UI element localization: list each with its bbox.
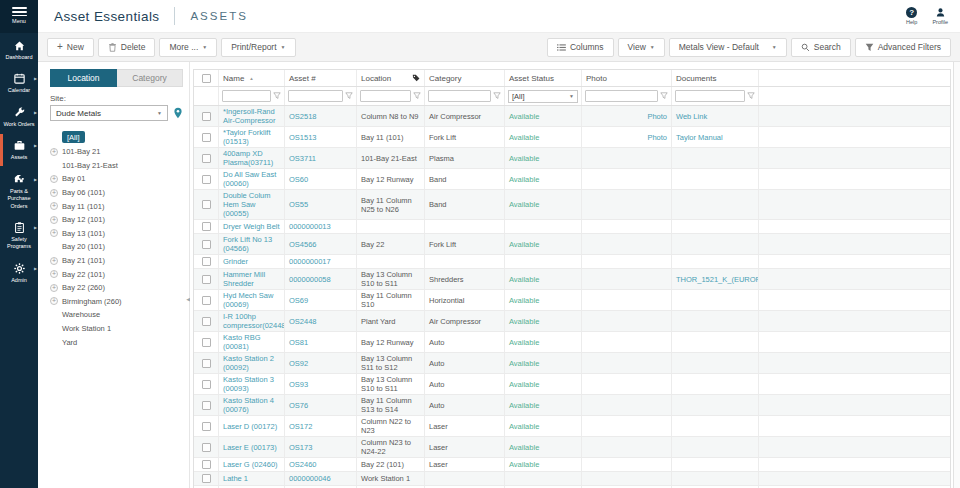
row-checkbox[interactable] — [202, 317, 211, 326]
row-checkbox[interactable] — [202, 154, 211, 163]
column-header-location[interactable]: Location — [357, 70, 425, 86]
asset-name-link[interactable]: Fork Lift No 13 (04566) — [223, 235, 280, 253]
asset-number-link[interactable]: OS55 — [289, 200, 308, 209]
funnel-icon[interactable] — [273, 92, 281, 100]
asset-name-link[interactable]: Laser D (00172) — [223, 422, 277, 431]
asset-name-link[interactable]: Kasto Station 2 (00092) — [223, 354, 280, 372]
asset-name-link[interactable]: Kasto Station 4 (00076) — [223, 396, 280, 414]
funnel-icon[interactable] — [747, 92, 755, 100]
asset-name-link[interactable]: I-R 100hp compressor(02448) — [223, 312, 285, 330]
row-checkbox[interactable] — [202, 133, 211, 142]
asset-name-link[interactable]: Double Colum Hem Saw (00055) — [223, 191, 280, 218]
document-link[interactable]: Taylor Manual — [676, 133, 723, 142]
tab-location[interactable]: Location — [50, 69, 117, 87]
asset-number-link[interactable]: OS60 — [289, 175, 308, 184]
tree-expand-icon[interactable]: + — [50, 148, 58, 156]
asset-number-link[interactable]: OS2448 — [289, 317, 317, 326]
tree-expand-icon[interactable]: + — [50, 216, 58, 224]
select-all-checkbox[interactable] — [202, 74, 211, 83]
tree-expand-icon[interactable]: + — [50, 202, 58, 210]
tree-expand-icon[interactable]: + — [50, 270, 58, 278]
tree-item-selected[interactable]: [All] — [62, 131, 85, 143]
sidebar-item-dashboard[interactable]: Dashboard — [0, 33, 38, 66]
asset-name-link[interactable]: *Taylor Forklift (01513) — [223, 128, 280, 146]
sidebar-item-assets[interactable]: Assets▶ — [0, 133, 38, 166]
advanced-filters-button[interactable]: Advanced Filters — [855, 38, 951, 57]
sidebar-item-safety-programs[interactable]: Safety Programs▶ — [0, 215, 38, 256]
category-filter-input[interactable] — [428, 90, 491, 102]
asset-number-link[interactable]: 0000000046 — [289, 474, 331, 483]
columns-button[interactable]: Columns — [547, 38, 614, 57]
asset-number-link[interactable]: OS1513 — [289, 133, 317, 142]
tab-category[interactable]: Category — [117, 69, 183, 87]
tree-expand-icon[interactable]: + — [50, 297, 58, 305]
asset-name-link[interactable]: Hyd Mech Saw (00069) — [223, 291, 280, 309]
asset-number-link[interactable]: OS2518 — [289, 112, 317, 121]
asset-name-link[interactable]: Dryer Weigh Belt — [223, 222, 280, 231]
tree-item[interactable]: +Bay 06 (101) — [50, 186, 183, 200]
row-checkbox[interactable] — [202, 443, 211, 452]
tree-item[interactable]: +Bay 21 (101) — [50, 254, 183, 268]
tree-item[interactable]: [All] — [50, 129, 183, 145]
document-link[interactable]: THOR_1521_K_(EUROPA).p — [676, 275, 759, 284]
asset-number-link[interactable]: OS69 — [289, 296, 308, 305]
asset-name-link[interactable]: Do All Saw East (00060) — [223, 170, 280, 188]
asset-number-link[interactable]: OS4566 — [289, 240, 317, 249]
row-checkbox[interactable] — [202, 275, 211, 284]
asset-name-link[interactable]: 400amp XD Plasma(03711) — [223, 149, 280, 167]
column-header-asset-status[interactable]: Asset Status — [505, 70, 582, 86]
sidebar-item-work-orders[interactable]: Work Orders▶ — [0, 100, 38, 133]
tree-expand-icon[interactable]: + — [50, 175, 58, 183]
row-checkbox[interactable] — [202, 257, 211, 266]
column-header-photo[interactable]: Photo — [582, 70, 672, 86]
column-header-name[interactable]: Name ▲ — [219, 70, 285, 86]
profile-button[interactable]: Profile — [932, 7, 948, 25]
funnel-icon[interactable] — [660, 92, 668, 100]
tree-item[interactable]: Warehouse — [50, 308, 183, 322]
row-checkbox[interactable] — [202, 380, 211, 389]
asset-number-link[interactable]: OS93 — [289, 380, 308, 389]
asset-number-link[interactable]: OS2460 — [289, 460, 317, 469]
row-checkbox[interactable] — [202, 401, 211, 410]
menu-button[interactable]: Menu — [0, 0, 38, 33]
asset-number-link[interactable]: OS81 — [289, 338, 308, 347]
asset-status-filter-dropdown[interactable]: [All] ▼ — [508, 90, 578, 103]
tree-item[interactable]: Work Station 1 — [50, 322, 183, 336]
column-header-asset-number[interactable]: Asset # — [285, 70, 357, 86]
tree-item[interactable]: +Bay 22 (101) — [50, 267, 183, 281]
asset-number-link[interactable]: OS173 — [289, 443, 312, 452]
asset-number-filter-input[interactable] — [288, 90, 343, 102]
row-checkbox[interactable] — [202, 222, 211, 231]
tree-item[interactable]: Yard — [50, 335, 183, 349]
view-selector-dropdown[interactable]: Metals View - Default ▼ — [669, 38, 787, 57]
column-header-documents[interactable]: Documents — [672, 70, 759, 86]
asset-number-link[interactable]: OS172 — [289, 422, 312, 431]
photo-link[interactable]: Photo — [647, 133, 667, 142]
tree-item[interactable]: +Birmingham (260) — [50, 295, 183, 309]
map-pin-icon[interactable] — [173, 107, 183, 119]
photo-filter-input[interactable] — [585, 90, 658, 102]
name-filter-input[interactable] — [222, 90, 271, 102]
tree-expand-icon[interactable]: + — [50, 189, 58, 197]
asset-number-link[interactable]: 0000000058 — [289, 275, 331, 284]
tree-expand-icon[interactable]: + — [50, 257, 58, 265]
help-button[interactable]: ? Help — [906, 7, 917, 25]
more-button[interactable]: More ... ▼ — [159, 38, 217, 57]
asset-number-link[interactable]: 0000000013 — [289, 222, 331, 231]
asset-number-link[interactable]: OS76 — [289, 401, 308, 410]
row-checkbox[interactable] — [202, 296, 211, 305]
asset-name-link[interactable]: Kasto RBG (00081) — [223, 333, 280, 351]
vertical-scrollbar[interactable] — [953, 62, 960, 488]
funnel-icon[interactable] — [345, 92, 353, 100]
asset-name-link[interactable]: Grinder — [223, 257, 248, 266]
row-checkbox[interactable] — [202, 474, 211, 483]
location-filter-input[interactable] — [360, 90, 411, 102]
asset-name-link[interactable]: Hammer Mill Shredder — [223, 270, 280, 288]
tree-item[interactable]: +Bay 01 — [50, 172, 183, 186]
tree-item[interactable]: 101-Bay 21-East — [50, 159, 183, 173]
tree-item[interactable]: +101-Bay 21 — [50, 145, 183, 159]
tree-item[interactable]: Bay 20 (101) — [50, 240, 183, 254]
sidebar-item-calendar[interactable]: Calendar▶ — [0, 66, 38, 99]
asset-name-link[interactable]: Laser E (00173) — [223, 443, 277, 452]
tree-item[interactable]: +Bay 11 (101) — [50, 199, 183, 213]
